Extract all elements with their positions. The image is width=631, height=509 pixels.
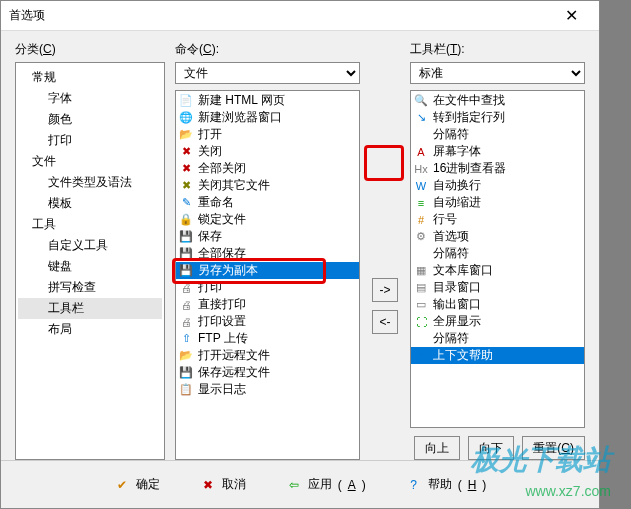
item-label: 打开 bbox=[198, 126, 222, 143]
list-item[interactable]: 📋显示日志 bbox=[176, 381, 359, 398]
list-item[interactable]: 📂打开 bbox=[176, 126, 359, 143]
item-label: 在文件中查找 bbox=[433, 92, 505, 109]
list-item[interactable]: ↘转到指定行列 bbox=[411, 109, 584, 126]
dialog-footer: ✔ 确定 ✖ 取消 ⇦ 应用(A) ? 帮助(H) bbox=[1, 460, 599, 508]
list-item[interactable]: 🌐新建浏览器窗口 bbox=[176, 109, 359, 126]
list-item[interactable]: ⇧FTP 上传 bbox=[176, 330, 359, 347]
cancel-button[interactable]: ✖ 取消 bbox=[192, 472, 254, 497]
item-icon bbox=[413, 127, 429, 143]
tree-item[interactable]: 文件类型及语法 bbox=[18, 172, 162, 193]
toolbar-list[interactable]: 🔍在文件中查找↘转到指定行列分隔符A屏幕字体Hx16进制查看器W自动换行≡自动缩… bbox=[410, 90, 585, 428]
list-item[interactable]: ?上下文帮助 bbox=[411, 347, 584, 364]
item-label: 转到指定行列 bbox=[433, 109, 505, 126]
list-item[interactable]: 💾全部保存 bbox=[176, 245, 359, 262]
item-label: 打开远程文件 bbox=[198, 347, 270, 364]
list-item[interactable]: ✖全部关闭 bbox=[176, 160, 359, 177]
list-item[interactable]: W自动换行 bbox=[411, 177, 584, 194]
tree-item[interactable]: 工具栏 bbox=[18, 298, 162, 319]
list-item[interactable]: ✎重命名 bbox=[176, 194, 359, 211]
item-icon: ⇧ bbox=[178, 331, 194, 347]
item-label: 分隔符 bbox=[433, 330, 469, 347]
add-button[interactable]: -> bbox=[372, 278, 398, 302]
ok-button[interactable]: ✔ 确定 bbox=[106, 472, 168, 497]
list-item[interactable]: ⚙首选项 bbox=[411, 228, 584, 245]
list-item[interactable]: 分隔符 bbox=[411, 330, 584, 347]
commands-column: 命令(C): 文件 📄新建 HTML 网页🌐新建浏览器窗口📂打开✖关闭✖全部关闭… bbox=[175, 41, 360, 460]
list-item[interactable]: 🔒锁定文件 bbox=[176, 211, 359, 228]
preferences-dialog: 首选项 ✕ 分类(C) 常规字体颜色打印文件文件类型及语法模板工具自定义工具键盘… bbox=[0, 0, 600, 509]
tree-item[interactable]: 文件 bbox=[18, 151, 162, 172]
tree-item[interactable]: 模板 bbox=[18, 193, 162, 214]
list-item[interactable]: 📂打开远程文件 bbox=[176, 347, 359, 364]
tree-item[interactable]: 自定义工具 bbox=[18, 235, 162, 256]
list-item[interactable]: A屏幕字体 bbox=[411, 143, 584, 160]
item-icon: 💾 bbox=[178, 246, 194, 262]
item-icon: 📂 bbox=[178, 348, 194, 364]
list-item[interactable]: 🖨打印 bbox=[176, 279, 359, 296]
categories-tree[interactable]: 常规字体颜色打印文件文件类型及语法模板工具自定义工具键盘拼写检查工具栏布局 bbox=[15, 62, 165, 460]
tree-item[interactable]: 工具 bbox=[18, 214, 162, 235]
commands-dropdown[interactable]: 文件 bbox=[175, 62, 360, 84]
help-button[interactable]: ? 帮助(H) bbox=[398, 472, 495, 497]
list-item[interactable]: #行号 bbox=[411, 211, 584, 228]
list-item[interactable]: 📄新建 HTML 网页 bbox=[176, 92, 359, 109]
list-item[interactable]: 🖨直接打印 bbox=[176, 296, 359, 313]
item-icon: 🌐 bbox=[178, 110, 194, 126]
list-item[interactable]: ≡自动缩进 bbox=[411, 194, 584, 211]
tree-item[interactable]: 拼写检查 bbox=[18, 277, 162, 298]
list-item[interactable]: ✖关闭 bbox=[176, 143, 359, 160]
tree-item[interactable]: 常规 bbox=[18, 67, 162, 88]
cancel-icon: ✖ bbox=[200, 477, 216, 493]
titlebar: 首选项 ✕ bbox=[1, 1, 599, 31]
commands-label: 命令(C): bbox=[175, 41, 360, 58]
list-item[interactable]: ▤目录窗口 bbox=[411, 279, 584, 296]
reset-button[interactable]: 重置(C) bbox=[522, 436, 585, 460]
remove-button[interactable]: <- bbox=[372, 310, 398, 334]
transfer-buttons: -> <- bbox=[370, 41, 400, 460]
item-icon: # bbox=[413, 212, 429, 228]
list-item[interactable]: 🔍在文件中查找 bbox=[411, 92, 584, 109]
toolbar-label: 工具栏(T): bbox=[410, 41, 585, 58]
list-item[interactable]: 🖨打印设置 bbox=[176, 313, 359, 330]
item-icon: 📋 bbox=[178, 382, 194, 398]
list-item[interactable]: 💾保存远程文件 bbox=[176, 364, 359, 381]
item-label: 行号 bbox=[433, 211, 457, 228]
toolbar-dropdown[interactable]: 标准 bbox=[410, 62, 585, 84]
commands-list[interactable]: 📄新建 HTML 网页🌐新建浏览器窗口📂打开✖关闭✖全部关闭✖关闭其它文件✎重命… bbox=[175, 90, 360, 460]
move-down-button[interactable]: 向下 bbox=[468, 436, 514, 460]
list-item[interactable]: ▭输出窗口 bbox=[411, 296, 584, 313]
list-item[interactable]: ✖关闭其它文件 bbox=[176, 177, 359, 194]
item-label: 上下文帮助 bbox=[433, 347, 493, 364]
item-icon: ✖ bbox=[178, 178, 194, 194]
check-icon: ✔ bbox=[114, 477, 130, 493]
item-label: 打印设置 bbox=[198, 313, 246, 330]
tree-item[interactable]: 键盘 bbox=[18, 256, 162, 277]
item-label: 打印 bbox=[198, 279, 222, 296]
item-label: 保存 bbox=[198, 228, 222, 245]
apply-button[interactable]: ⇦ 应用(A) bbox=[278, 472, 374, 497]
item-label: 新建 HTML 网页 bbox=[198, 92, 285, 109]
list-item[interactable]: 💾另存为副本 bbox=[176, 262, 359, 279]
list-item[interactable]: Hx16进制查看器 bbox=[411, 160, 584, 177]
list-item[interactable]: 💾保存 bbox=[176, 228, 359, 245]
close-button[interactable]: ✕ bbox=[551, 2, 591, 30]
tree-item[interactable]: 打印 bbox=[18, 130, 162, 151]
item-icon: ≡ bbox=[413, 195, 429, 211]
tree-item[interactable]: 颜色 bbox=[18, 109, 162, 130]
item-label: 自动换行 bbox=[433, 177, 481, 194]
highlight-annotation bbox=[364, 145, 404, 181]
list-item[interactable]: 分隔符 bbox=[411, 245, 584, 262]
item-label: 分隔符 bbox=[433, 245, 469, 262]
list-item[interactable]: ▦文本库窗口 bbox=[411, 262, 584, 279]
item-label: 显示日志 bbox=[198, 381, 246, 398]
dialog-body: 分类(C) 常规字体颜色打印文件文件类型及语法模板工具自定义工具键盘拼写检查工具… bbox=[1, 31, 599, 460]
item-icon: 🖨 bbox=[178, 280, 194, 296]
list-item[interactable]: 分隔符 bbox=[411, 126, 584, 143]
item-label: 另存为副本 bbox=[198, 262, 258, 279]
move-up-button[interactable]: 向上 bbox=[414, 436, 460, 460]
categories-column: 分类(C) 常规字体颜色打印文件文件类型及语法模板工具自定义工具键盘拼写检查工具… bbox=[15, 41, 165, 460]
tree-item[interactable]: 布局 bbox=[18, 319, 162, 340]
item-icon: 💾 bbox=[178, 365, 194, 381]
tree-item[interactable]: 字体 bbox=[18, 88, 162, 109]
list-item[interactable]: ⛶全屏显示 bbox=[411, 313, 584, 330]
